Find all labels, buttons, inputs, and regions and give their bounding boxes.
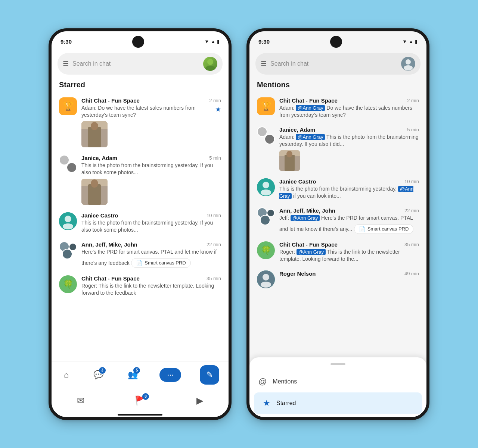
chat-item-r-chit-chat-2[interactable]: 🍀 Chit Chat - Fun Space 35 min Roger: @A… [249,238,426,267]
menu-icon-left[interactable]: ☰ [63,60,69,68]
battery-icon-r: ▮ [415,39,418,44]
chat-name-r-chit-chat-1: Chit Chat - Fun Space [279,97,338,104]
chat-name-janice-castro: Janice Castro [81,212,118,219]
chip-label: Smart canvas PRD [145,260,186,266]
chat-time-r-janice-castro: 10 min [404,179,419,184]
svg-point-0 [207,59,213,65]
nav-more[interactable]: ··· [159,368,181,382]
nav-home[interactable]: ⌂ [61,369,72,381]
chip-r-doc-icon: 📄 [359,226,365,232]
mention-tag-1: @Ann Gray [296,105,325,111]
avatar-r-chit-chat-2: 🍀 [257,241,275,259]
time-left: 9:30 [60,38,72,45]
nav-spaces[interactable]: 👥 5 [125,369,141,381]
avatar-chit-chat-1: 🏆 [59,97,77,115]
chat-item-r-janice-adam[interactable]: Janice, Adam 5 min Adam: @Ann Gray This … [249,123,426,175]
sheet-item-mentions[interactable]: @ Mentions [249,371,426,392]
chat-preview-janice-castro: This is the photo from the brainstorming… [81,220,213,233]
avatar-ann-jeff [59,241,77,259]
chat-time-r-roger-nelson: 49 min [404,271,419,276]
sheet-starred-label: Starred [276,400,296,407]
star-sheet-icon: ★ [263,398,270,408]
phone-right: 9:30 ▼ ▲ ▮ ☰ Search in chat Mentions 🏆 C… [246,28,429,420]
chat-name-chit-chat-1: Chit Chat - Fun Space [81,97,140,104]
wifi-icon: ▼ [204,39,209,44]
mention-tag-4: @Ann Gray [291,215,320,221]
image-preview-chit-chat-1 [81,121,108,147]
chat-time-janice-castro: 10 min [207,213,221,218]
chat-name-r-roger-nelson: Roger Nelson [279,270,316,277]
chat-name-r-janice-adam: Janice, Adam [279,126,315,133]
search-text-left: Search in chat [72,60,199,67]
svg-point-22 [261,189,271,195]
chip-smart-canvas[interactable]: 📄 Smart canvas PRD [131,258,191,268]
chat-item-r-janice-castro[interactable]: Janice Castro 10 min This is the photo f… [249,175,426,204]
wifi-icon-r: ▼ [402,39,407,44]
avatar-r-ann-jeff [257,207,275,225]
avatar-chit-chat-2: 🍀 [59,275,77,293]
chat-content-ann-jeff: Ann, Jeff, Mike, John 22 min Here's the … [81,241,221,268]
chat-list-left: 🏆 Chit Chat - Fun Space 2 min Adam: Do w… [52,94,229,361]
chat-content-r-janice-adam: Janice, Adam 5 min Adam: @Ann Gray This … [279,126,419,171]
avatar-janice-castro [59,212,77,230]
chat-content-r-roger-nelson: Roger Nelson 49 min [279,270,419,278]
avatar-janice-adam [59,155,77,173]
chat-item-r-ann-jeff[interactable]: Ann, Jeff, Mike, John 22 min Jeff: @Ann … [249,204,426,238]
chip-doc-icon: 📄 [136,260,142,266]
meet-icon[interactable]: ▶ [196,395,203,406]
menu-icon-right[interactable]: ☰ [261,60,267,68]
camera-notch-right [330,36,342,48]
chat-content-r-chit-chat-2: Chit Chat - Fun Space 35 min Roger: @Ann… [279,241,419,263]
section-title-left: Starred [52,79,229,94]
chat-time-r-janice-adam: 5 min [407,127,419,132]
svg-point-21 [263,182,269,188]
chat-item-janice-adam[interactable]: Janice, Adam 5 min This is the photo fro… [52,151,229,209]
at-icon: @ [258,377,267,386]
chat-item-r-roger-nelson[interactable]: Roger Nelson 49 min [249,267,426,292]
avatar-r-roger-nelson [257,270,275,288]
compose-icon: ✎ [206,370,213,380]
chat-name-r-ann-jeff: Ann, Jeff, Mike, John [279,207,335,214]
svg-point-15 [404,65,413,71]
chat-content-chit-chat-2: Chit Chat - Fun Space 35 min Roger: This… [81,275,221,297]
image-preview-r-janice-adam [279,150,300,171]
phone-left: 9:30 ▼ ▲ ▮ ☰ Search in chat Starred 🏆 Ch… [49,28,232,420]
search-text-right: Search in chat [270,60,397,67]
sheet-item-starred[interactable]: ★ Starred [254,392,422,414]
svg-point-11 [65,216,71,222]
camera-notch-left [132,36,144,48]
mention-tag-3: @Ann Gray [279,186,413,200]
search-bar-right[interactable]: ☰ Search in chat [255,53,420,75]
flag-icon[interactable]: 🚩 8 [135,395,146,406]
chat-list-right: 🏆 Chit Chat - Fun Space 2 min Adam: @Ann… [249,94,426,357]
bottom-sheet: @ Mentions ★ Starred [249,357,426,417]
chat-time-chit-chat-2: 35 min [207,276,221,281]
chat-item-r-chit-chat-1[interactable]: 🏆 Chit Chat - Fun Space 2 min Adam: @Ann… [249,94,426,123]
chat-item-janice-castro[interactable]: Janice Castro 10 min This is the photo f… [52,209,229,238]
chat-item-ann-jeff[interactable]: Ann, Jeff, Mike, John 22 min Here's the … [52,238,229,272]
svg-point-12 [63,223,73,229]
compose-button[interactable]: ✎ [200,365,219,385]
user-avatar-right[interactable] [401,57,415,71]
chip-r-smart-canvas[interactable]: 📄 Smart canvas PRD [354,224,414,234]
signal-icon: ▲ [211,39,215,44]
svg-point-19 [286,151,292,157]
chat-item-chit-chat-1[interactable]: 🏆 Chit Chat - Fun Space 2 min Adam: Do w… [52,94,229,151]
user-avatar-left[interactable] [203,57,217,71]
chat-preview-r-chit-chat-2: Roger: @Ann Gray This is the link to the… [279,249,400,262]
chat-name-r-janice-castro: Janice Castro [279,178,316,185]
chat-preview-r-chit-chat-1: Adam: @Ann Gray Do we have the latest sa… [279,105,412,118]
status-icons-right: ▼ ▲ ▮ [402,39,418,44]
nav-chat[interactable]: 💬 3 [90,369,106,381]
chat-name-ann-jeff: Ann, Jeff, Mike, John [81,241,137,248]
chat-preview-r-janice-adam: Adam: @Ann Gray This is the photo from t… [279,134,419,147]
sheet-mentions-label: Mentions [273,378,297,385]
search-bar-left[interactable]: ☰ Search in chat [58,53,223,75]
home-indicator-left [52,411,229,417]
chat-item-chit-chat-2[interactable]: 🍀 Chit Chat - Fun Space 35 min Roger: Th… [52,272,229,301]
bottom-app-bar-left: ✉ 🚩 8 ▶ [52,390,229,411]
mail-icon[interactable]: ✉ [77,395,84,406]
chat-content-janice-adam: Janice, Adam 5 min This is the photo fro… [81,155,221,205]
status-bar-left: 9:30 ▼ ▲ ▮ [52,31,229,50]
sheet-handle [330,363,345,365]
